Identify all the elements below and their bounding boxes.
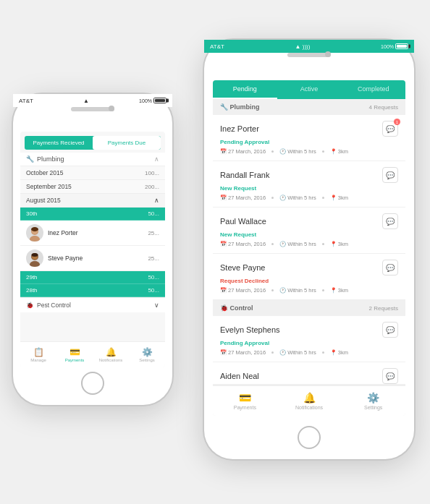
chat-badge-inez: 1 — [394, 119, 400, 125]
plumbing-sec-title: 🔧 Plumbing — [220, 103, 260, 111]
chat-icon-aiden[interactable]: 💬 — [382, 368, 398, 384]
phone-large: AT&T ▲ )))) 100% Pending Active Complete… — [204, 40, 414, 459]
large-scroll-area: 🔧 Plumbing 4 Requests Inez Porter 💬 1 — [213, 99, 405, 384]
nav-payments-large[interactable]: 💳 Payments — [213, 392, 277, 410]
card-aiden[interactable]: Aiden Neal 💬 — [213, 362, 405, 384]
avatar-inez — [26, 224, 43, 242]
chat-icon-steve[interactable]: 💬 — [382, 260, 398, 276]
pin-icon-steve: 📍 — [330, 287, 337, 294]
card-inez[interactable]: Inez Porter 💬 1 Pending Approval 📅27 Mar… — [213, 115, 405, 161]
clock-icon-steve: 🕐 — [279, 287, 286, 294]
notifications-label-small: Notifications — [99, 358, 123, 362]
avatar-steve — [26, 249, 43, 267]
card-paul-name: Paul Wallace — [220, 217, 266, 226]
phone-small-inner: Payments Recieved Payments Due 🔧 Plumbin… — [20, 132, 165, 367]
settings-label-large: Settings — [364, 405, 382, 410]
pin-icon-randall: 📍 — [330, 195, 337, 201]
plumbing-chevron: ∧ — [154, 155, 159, 163]
status-bar-large: AT&T ▲ )))) 100% — [204, 40, 414, 53]
meta-inez: 📅27 March, 2016 🕐Within 5 hrs 📍3km — [220, 148, 398, 155]
inez-name: Inez Porter — [48, 229, 143, 236]
tab-payments-due[interactable]: Payments Due — [93, 136, 161, 150]
notifications-label-large: Notifications — [295, 405, 323, 410]
control-sec-title: 🐞 Control — [220, 304, 253, 312]
month-aug[interactable]: August 2015 ∧ — [20, 194, 165, 208]
camera-small — [109, 106, 114, 111]
settings-icon-large: ⚙️ — [367, 392, 379, 403]
clock-icon-paul: 🕐 — [279, 241, 286, 247]
plumbing-header[interactable]: 🔧 Plumbing ∧ — [20, 153, 165, 166]
svg-point-5 — [30, 261, 40, 267]
tab-bar-large[interactable]: Pending Active Completed — [213, 80, 405, 99]
pin-icon-paul: 📍 — [330, 241, 337, 247]
inez-amount: 25... — [148, 230, 159, 236]
tab-bar-small[interactable]: Payments Recieved Payments Due — [25, 136, 161, 150]
nav-notifications-large[interactable]: 🔔 Notifications — [277, 392, 342, 410]
settings-icon-small: ⚙️ — [142, 347, 153, 357]
pest-icon-large: 🐞 — [220, 304, 230, 312]
meta-steve: 📅27 March, 2016 🕐Within 5 hrs 📍3km — [220, 287, 398, 294]
plumbing-wrench-icon: 🔧 — [220, 103, 230, 111]
cal-icon-evelyn: 📅 — [220, 349, 227, 356]
tab-payments-received[interactable]: Payments Recieved — [25, 136, 93, 150]
month-sep[interactable]: September 2015 200... — [20, 180, 165, 194]
home-button-large[interactable] — [298, 426, 321, 449]
card-randall-name: Randall Frank — [220, 171, 269, 179]
phone-small: AT&T ▲ 100% Payments Recieved Payments D… — [13, 94, 172, 405]
bottom-nav-large: 💳 Payments 🔔 Notifications ⚙️ Settings — [213, 385, 405, 416]
carrier-large: AT&T — [210, 43, 224, 50]
meta-paul: 📅27 March, 2016 🕐Within 5 hrs 📍3km — [220, 241, 398, 247]
person-steve[interactable]: Steve Payne 25... — [20, 246, 165, 271]
card-evelyn[interactable]: Evelyn Stephens 💬 Pending Approval 📅27 M… — [213, 316, 405, 362]
nav-manage[interactable]: 📋 Manage — [20, 347, 56, 362]
tab-pending[interactable]: Pending — [213, 80, 277, 99]
svg-point-7 — [32, 253, 38, 257]
chat-icon-paul[interactable]: 💬 — [382, 213, 398, 229]
nav-settings-small[interactable]: ⚙️ Settings — [129, 347, 165, 362]
pest-label: Pest Control — [37, 302, 71, 309]
camera-large — [325, 51, 331, 57]
status-evelyn: Pending Approval — [220, 340, 398, 346]
tab-completed[interactable]: Completed — [341, 80, 405, 99]
chat-icon-evelyn[interactable]: 💬 — [382, 322, 398, 338]
home-button-small[interactable] — [81, 372, 104, 395]
clock-icon-inez: 🕐 — [279, 148, 286, 155]
month-oct[interactable]: October 2015 100... — [20, 166, 165, 180]
nav-payments-small[interactable]: 💳 Payments — [56, 347, 93, 362]
scene: AT&T ▲ 100% Payments Recieved Payments D… — [0, 0, 430, 504]
chat-icon-randall[interactable]: 💬 — [382, 167, 398, 183]
payments-icon: 💳 — [69, 347, 80, 357]
nav-settings-large[interactable]: ⚙️ Settings — [341, 392, 405, 410]
date-row-29: 29th 50... — [20, 271, 165, 284]
manage-label: Manage — [30, 358, 46, 362]
card-paul[interactable]: Paul Wallace 💬 New Request 📅27 March, 20… — [213, 208, 405, 253]
svg-point-3 — [31, 227, 38, 231]
aug-chevron: ∧ — [154, 197, 159, 204]
card-randall[interactable]: Randall Frank 💬 New Request 📅27 March, 2… — [213, 161, 405, 207]
svg-point-1 — [30, 236, 40, 242]
tab-active[interactable]: Active — [277, 80, 342, 99]
clock-icon-evelyn: 🕐 — [279, 349, 286, 356]
status-randall: New Request — [220, 185, 398, 192]
card-steve-name: Steve Payne — [220, 263, 265, 272]
control-section-header: 🐞 Control 2 Requests — [213, 300, 405, 316]
plumbing-count: 4 Requests — [369, 104, 398, 111]
nav-notifications-small[interactable]: 🔔 Notifications — [93, 347, 129, 362]
date-row-28: 28th 50... — [20, 284, 165, 297]
card-steve[interactable]: Steve Payne 💬 Request Declined 📅27 March… — [213, 254, 405, 299]
status-bar-small: AT&T ▲ 100% — [13, 94, 172, 107]
battery-large: 100% — [381, 43, 408, 49]
date-row-30: 30th 50... — [20, 208, 165, 221]
settings-label-small: Settings — [139, 358, 155, 362]
person-inez[interactable]: Inez Porter 25... — [20, 221, 165, 246]
meta-evelyn: 📅27 March, 2016 🕐Within 5 hrs 📍3km — [220, 349, 398, 356]
phone-large-inner: Pending Active Completed 🔧 Plumbing 4 Re… — [213, 80, 405, 416]
wifi-large: ▲ )))) — [295, 43, 311, 50]
status-paul: New Request — [220, 231, 398, 238]
payments-icon-large: 💳 — [239, 392, 251, 403]
chat-icon-inez[interactable]: 💬 1 — [382, 121, 398, 137]
cal-icon-inez: 📅 — [220, 148, 227, 155]
pest-icon: 🐞 — [26, 302, 34, 309]
pest-header[interactable]: 🐞 Pest Control ∨ — [20, 297, 165, 312]
status-steve: Request Declined — [220, 278, 398, 284]
